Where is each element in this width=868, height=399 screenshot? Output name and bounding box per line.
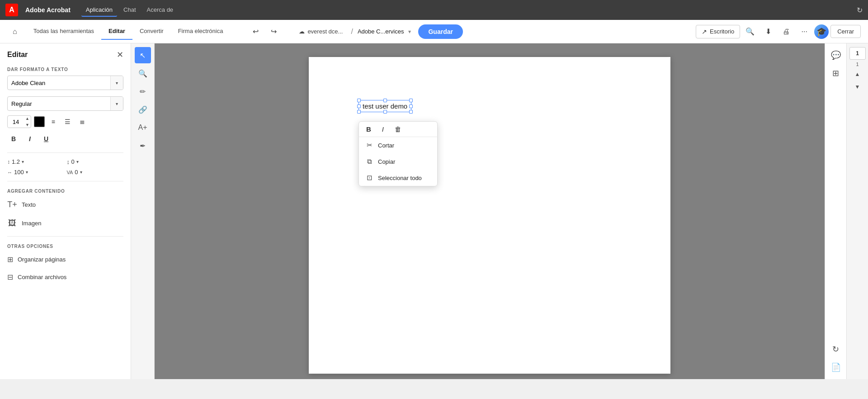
ctx-cortar-label: Cortar	[378, 142, 394, 149]
divider-3	[7, 236, 123, 237]
top-right: ↻	[857, 6, 863, 14]
va-arrow[interactable]: ▾	[80, 170, 82, 175]
escritorio-label: Escritorio	[710, 28, 734, 35]
va-control: VA 0 ▾	[67, 169, 124, 176]
tab-convertir[interactable]: Convertir	[132, 23, 171, 40]
para-spacing-control: ↨ 0 ▾	[67, 158, 124, 165]
thumbnails-panel-button[interactable]: ⊞	[828, 65, 844, 81]
handle-rm[interactable]	[409, 104, 413, 108]
font-name-dropdown[interactable]: Adobe Clean	[8, 76, 110, 90]
text-box-selected[interactable]: test user demo	[359, 100, 411, 112]
undo-button[interactable]: ↩	[248, 24, 263, 39]
top-menubar: A Adobe Acrobat Aplicación Chat Acerca d…	[0, 0, 868, 20]
menu-chat[interactable]: Chat	[119, 4, 140, 17]
more-options-button[interactable]: ···	[796, 24, 812, 40]
format-section-label: DAR FORMATO A TEXTO	[0, 63, 131, 74]
tab-editar[interactable]: Editar	[101, 23, 132, 40]
line-spacing-icon: ↕	[7, 159, 10, 165]
ordered-list-button[interactable]: ☰	[62, 116, 74, 128]
cloud-breadcrumb[interactable]: ☁ everest dce...	[295, 26, 346, 37]
ctx-delete-button[interactable]: 🗑	[393, 124, 403, 134]
text-color-swatch[interactable]	[34, 116, 45, 127]
export-icon: ↗	[702, 28, 707, 35]
font-size-up[interactable]: ▲	[24, 115, 31, 122]
redo-button[interactable]: ↪	[266, 24, 281, 39]
highlight-tool-button[interactable]: ✏	[135, 83, 151, 100]
font-style-select[interactable]: Regular ▾	[7, 96, 123, 111]
app-name: Adobe Acrobat	[25, 6, 71, 14]
escritorio-button[interactable]: ↗ Escritorio	[696, 25, 740, 38]
pdf-page: test user demo B I 🗑 ✂ Corta	[309, 57, 670, 374]
add-text-item[interactable]: T+ Texto	[0, 195, 131, 214]
right-doc-button[interactable]: 📄	[828, 359, 844, 375]
tab-todas-herramientas[interactable]: Todas las herramientas	[26, 23, 101, 40]
download-button[interactable]: ⬇	[760, 24, 776, 40]
ctx-cortar-item[interactable]: ✂ Cortar	[359, 137, 437, 153]
font-size-down[interactable]: ▼	[24, 122, 31, 128]
font-size-input[interactable]	[8, 119, 24, 125]
line-spacing-arrow[interactable]: ▾	[22, 159, 24, 164]
page-number-box[interactable]: 1	[849, 47, 866, 60]
handle-tm[interactable]	[383, 99, 387, 102]
home-toolbar-icon[interactable]: ⌂	[7, 23, 23, 40]
handle-bm[interactable]	[383, 110, 387, 114]
font-name-select[interactable]: Adobe Clean ▾	[7, 76, 123, 90]
search-button[interactable]: 🔍	[742, 24, 758, 40]
link-tool-button[interactable]: 🔗	[135, 101, 151, 118]
unordered-list-button[interactable]: ≡	[47, 116, 59, 128]
context-toolbar: B I 🗑	[359, 122, 437, 137]
panel-close-button[interactable]: ✕	[117, 50, 123, 60]
underline-button[interactable]: U	[40, 133, 52, 145]
text-add-tool-button[interactable]: A+	[135, 119, 151, 136]
cerrar-button[interactable]: Cerrar	[830, 25, 861, 38]
width-control: ↔ 100 ▾	[7, 169, 64, 176]
zoom-tool-button[interactable]: 🔍	[135, 65, 151, 81]
font-name-row: Adobe Clean ▾	[0, 74, 131, 92]
user-avatar[interactable]: 🎓	[814, 24, 829, 39]
combinar-icon: ⊟	[7, 273, 13, 281]
line-spacing-value: 1.2	[12, 158, 20, 165]
width-spacing-row: ↔ 100 ▾ VA 0 ▾	[0, 167, 131, 177]
ctx-seleccionar-item[interactable]: ⊡ Seleccionar todo	[359, 170, 437, 186]
right-refresh-button[interactable]: ↻	[828, 341, 844, 357]
combinar-label: Combinar archivos	[18, 274, 66, 280]
page-down-button[interactable]: ▼	[851, 81, 864, 92]
panel-title: Editar	[7, 51, 28, 59]
handle-lm[interactable]	[357, 104, 361, 108]
page-up-button[interactable]: ▲	[851, 69, 864, 80]
handle-tr[interactable]	[409, 99, 413, 102]
ctx-copiar-item[interactable]: ⧉ Copiar	[359, 153, 437, 170]
panel-header: Editar ✕	[0, 43, 131, 63]
menu-acerca[interactable]: Acerca de	[142, 4, 178, 17]
handle-tl[interactable]	[357, 99, 361, 102]
combinar-item[interactable]: ⊟ Combinar archivos	[0, 268, 131, 286]
menu-aplicacion[interactable]: Aplicación	[81, 4, 117, 17]
menu-items: Aplicación Chat Acerca de	[81, 4, 178, 17]
copy-icon: ⧉	[365, 157, 373, 166]
add-image-item[interactable]: 🖼 Imagen	[0, 214, 131, 233]
bold-button[interactable]: B	[7, 133, 20, 145]
va-value: 0	[75, 169, 78, 176]
align-button[interactable]: ≣	[76, 116, 88, 128]
line-spacing-control: ↕ 1.2 ▾	[7, 158, 64, 165]
handle-bl[interactable]	[357, 110, 361, 114]
handle-br[interactable]	[409, 110, 413, 114]
toolbar-right: ↗ Escritorio 🔍 ⬇ 🖨 ··· 🎓 Cerrar	[696, 24, 861, 40]
save-button[interactable]: Guardar	[418, 24, 462, 39]
font-size-control[interactable]: ▲ ▼	[7, 115, 31, 128]
add-text-icon: T+	[7, 200, 17, 209]
ctx-bold-button[interactable]: B	[364, 124, 373, 134]
tab-firma[interactable]: Firma electrónica	[171, 23, 231, 40]
refresh-icon[interactable]: ↻	[857, 6, 863, 14]
font-style-dropdown[interactable]: Regular	[8, 97, 110, 110]
organizar-item[interactable]: ⊞ Organizar páginas	[0, 251, 131, 268]
sign-tool-button[interactable]: ✒	[135, 138, 151, 154]
comments-panel-button[interactable]: 💬	[828, 47, 844, 63]
width-arrow[interactable]: ▾	[26, 170, 28, 175]
ctx-italic-button[interactable]: I	[380, 124, 386, 134]
italic-button[interactable]: I	[24, 133, 36, 145]
para-spacing-arrow[interactable]: ▾	[76, 159, 79, 164]
print-button[interactable]: 🖨	[778, 24, 794, 40]
breadcrumb-dropdown-icon[interactable]: ▾	[408, 28, 411, 35]
select-tool-button[interactable]: ↖	[135, 47, 151, 63]
